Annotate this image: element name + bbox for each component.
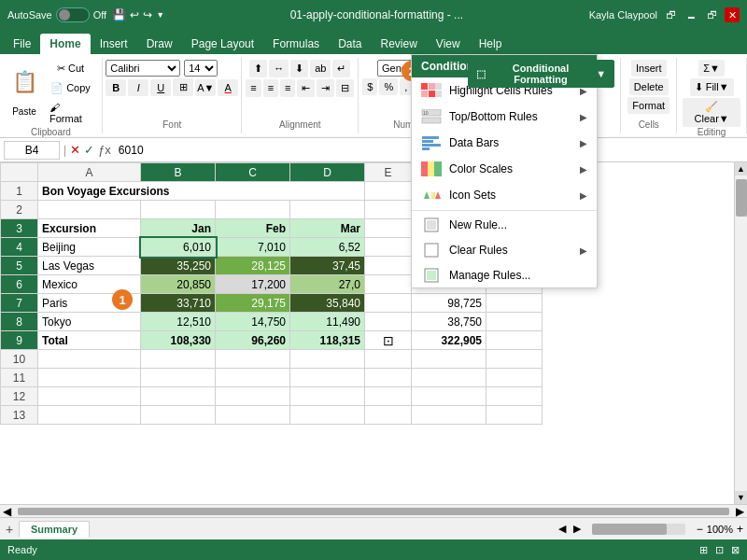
cell-a3[interactable]: Excursion <box>38 219 141 238</box>
cell-g11[interactable] <box>486 369 543 387</box>
cell-b5[interactable]: 35,250 <box>141 257 216 275</box>
dropdown-item-topbottom[interactable]: 10 Top/Bottom Rules ▶ <box>412 104 597 130</box>
cell-g13[interactable] <box>486 406 543 425</box>
cell-f12[interactable] <box>412 387 486 406</box>
view-layout-icon[interactable]: ⊡ <box>715 544 724 556</box>
col-header-d[interactable]: D <box>290 163 365 182</box>
cell-g12[interactable] <box>486 387 543 406</box>
col-header-c[interactable]: C <box>216 163 290 182</box>
cell-c7[interactable]: 29,175 <box>216 294 290 313</box>
underline-button[interactable]: U <box>150 79 171 96</box>
col-header-b[interactable]: B <box>141 163 216 182</box>
cell-c4[interactable]: 7,010 <box>216 238 290 257</box>
cell-c13[interactable] <box>216 406 290 425</box>
cell-b6[interactable]: 20,850 <box>141 275 216 294</box>
cell-c3[interactable]: Feb <box>216 219 290 238</box>
cell-a4[interactable]: Beijing <box>38 238 141 257</box>
minimize-icon[interactable]: 🗕 <box>684 7 698 22</box>
cell-e9[interactable]: ⊡ <box>365 331 412 350</box>
cell-b7[interactable]: 33,710 <box>141 294 216 313</box>
italic-button[interactable]: I <box>128 79 148 96</box>
sum-button[interactable]: Σ▼ <box>698 60 725 77</box>
cell-d9[interactable]: 118,315 <box>290 331 365 350</box>
cell-b10[interactable] <box>141 350 216 369</box>
dropdown-item-databars[interactable]: Data Bars ▶ <box>412 130 597 156</box>
cell-e10[interactable] <box>365 350 412 369</box>
cell-b9[interactable]: 108,330 <box>141 331 216 350</box>
redo-icon[interactable]: ↪ <box>143 8 152 21</box>
grid-container[interactable]: A B C D E F G 1 Bon Voyage Excursions <box>0 162 734 504</box>
scroll-left-button[interactable]: ◀ <box>0 505 14 518</box>
view-page-break-icon[interactable]: ⊠ <box>731 544 740 556</box>
tab-help[interactable]: Help <box>470 34 512 54</box>
increase-indent-button[interactable]: ⇥ <box>317 79 334 97</box>
cell-c11[interactable] <box>216 369 290 387</box>
vertical-scrollbar[interactable]: ▲ ▼ <box>734 162 747 504</box>
copy-button[interactable]: 📄 Copy <box>45 79 96 97</box>
cell-d7[interactable]: 35,840 <box>290 294 365 313</box>
view-normal-icon[interactable]: ⊞ <box>699 544 708 556</box>
cell-a13[interactable] <box>38 406 141 425</box>
tab-home[interactable]: Home <box>40 34 90 54</box>
font-name-select[interactable]: Calibri <box>106 60 180 77</box>
align-center-button[interactable]: ≡ <box>263 79 278 97</box>
cell-c6[interactable]: 17,200 <box>216 275 290 294</box>
col-header-a[interactable]: A <box>38 163 141 182</box>
conditional-formatting-button[interactable]: ⬚ Conditional Formatting ▼ <box>468 60 615 88</box>
tab-data[interactable]: Data <box>329 34 371 54</box>
horizontal-scrollbar[interactable]: ◀ ▶ <box>0 504 747 517</box>
cell-g9[interactable] <box>486 331 543 350</box>
tab-view[interactable]: View <box>427 34 470 54</box>
format-painter-button[interactable]: 🖌 Format <box>45 99 96 127</box>
undo-icon[interactable]: ↩ <box>130 8 139 21</box>
cell-c2[interactable] <box>216 201 290 219</box>
tab-page-layout[interactable]: Page Layout <box>182 34 263 54</box>
cell-e1[interactable] <box>365 182 412 201</box>
cell-d10[interactable] <box>290 350 365 369</box>
cell-e12[interactable] <box>365 387 412 406</box>
cell-g8[interactable] <box>486 313 543 331</box>
font-color-button[interactable]: A <box>218 79 238 96</box>
cell-d3[interactable]: Mar <box>290 219 365 238</box>
cell-a11[interactable] <box>38 369 141 387</box>
bold-button[interactable]: B <box>106 79 126 96</box>
cell-f13[interactable] <box>412 406 486 425</box>
scroll-right-button[interactable]: ▶ <box>733 505 747 518</box>
cell-c5[interactable]: 28,125 <box>216 257 290 275</box>
col-header-e[interactable]: E <box>365 163 412 182</box>
cell-d12[interactable] <box>290 387 365 406</box>
cell-a9[interactable]: Total <box>38 331 141 350</box>
scroll-up-button[interactable]: ▲ <box>735 162 748 175</box>
cell-e5[interactable] <box>365 257 412 275</box>
cell-a8[interactable]: Tokyo <box>38 313 141 331</box>
sheet-nav-right[interactable]: ▶ <box>570 523 585 535</box>
cell-d8[interactable]: 11,490 <box>290 313 365 331</box>
cell-b11[interactable] <box>141 369 216 387</box>
insert-function-icon[interactable]: ƒx <box>98 143 111 157</box>
cell-e11[interactable] <box>365 369 412 387</box>
cell-e6[interactable] <box>365 275 412 294</box>
cell-f10[interactable] <box>412 350 486 369</box>
dropdown-item-manage-rules[interactable]: Manage Rules... <box>412 263 597 287</box>
align-left-button[interactable]: ≡ <box>246 79 261 97</box>
cell-c12[interactable] <box>216 387 290 406</box>
cell-g7[interactable] <box>486 294 543 313</box>
tab-draw[interactable]: Draw <box>137 34 182 54</box>
align-top-button[interactable]: ⬆ <box>249 60 267 77</box>
paste-button[interactable]: 📋 Paste <box>6 65 43 121</box>
cell-b2[interactable] <box>141 201 216 219</box>
dropdown-arrow-qs[interactable]: ▼ <box>156 10 164 20</box>
cell-b13[interactable] <box>141 406 216 425</box>
decrease-indent-button[interactable]: ⇤ <box>297 79 315 97</box>
cell-g10[interactable] <box>486 350 543 369</box>
cell-e8[interactable] <box>365 313 412 331</box>
cell-d5[interactable]: 37,45 <box>290 257 365 275</box>
format-cells-button[interactable]: Format <box>627 97 669 114</box>
align-middle-button[interactable]: ↔ <box>269 60 289 77</box>
cell-f8[interactable]: 38,750 <box>412 313 486 331</box>
cell-a10[interactable] <box>38 350 141 369</box>
cell-a1[interactable]: Bon Voyage Excursions <box>38 182 365 201</box>
restore-icon[interactable]: 🗗 <box>704 7 719 22</box>
name-box[interactable] <box>4 141 60 160</box>
cell-d2[interactable] <box>290 201 365 219</box>
